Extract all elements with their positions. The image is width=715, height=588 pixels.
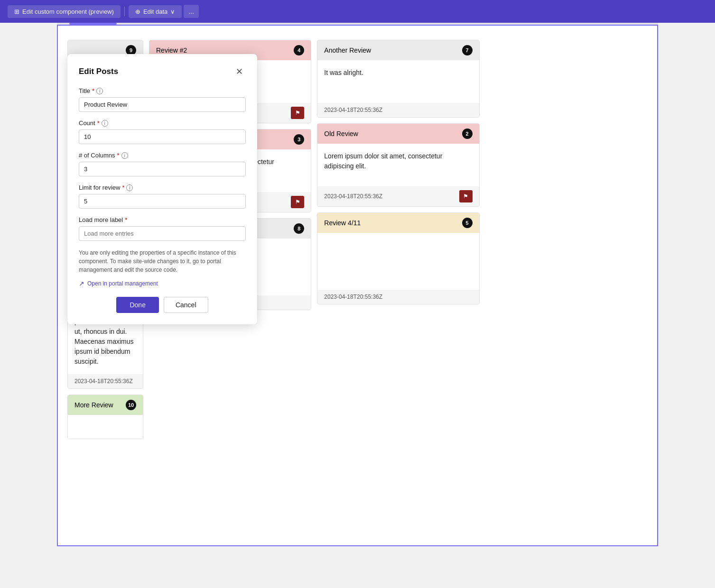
post-card: Another Review 7 It was alright. 2023-04… [317, 40, 479, 118]
card-title: Review 4/11 [324, 219, 361, 227]
badge: 7 [462, 45, 473, 55]
card-title: Old Review [324, 130, 358, 138]
card-timestamp: 2023-04-18T20:55:36Z [324, 107, 382, 113]
badge: 10 [126, 400, 136, 410]
required-indicator: * [92, 87, 94, 94]
card-header: Old Review 2 [317, 124, 479, 144]
modal-header: Edit Posts ✕ [79, 65, 246, 78]
card-timestamp: 2023-04-18T20:55:36Z [324, 193, 382, 200]
component-icon: ⊞ [14, 8, 19, 15]
title-label: Title * i [79, 87, 246, 94]
flag-button[interactable]: ⚑ [291, 196, 304, 208]
load-more-label: Load more label * [79, 216, 246, 223]
card-title: Review #2 [156, 46, 187, 54]
edit-component-label: Edit custom component (preview) [22, 8, 114, 15]
columns-input[interactable] [79, 162, 246, 176]
portal-management-link[interactable]: ↗ Open in portal management [79, 280, 246, 287]
card-footer: 2023-04-18T20:55:36Z [317, 103, 479, 117]
card-body [68, 415, 143, 439]
portal-link-label: Open in portal management [87, 280, 158, 287]
badge: 8 [294, 223, 304, 234]
card-footer: 2023-04-18T20:55:36Z [68, 374, 143, 388]
limit-label: Limit for review * i [79, 184, 246, 191]
limit-field-group: Limit for review * i [79, 184, 246, 209]
data-icon: ⊕ [135, 8, 140, 15]
edit-posts-modal: Edit Posts ✕ Title * i Count * i [67, 54, 257, 324]
modal-container: Edit Posts ✕ Title * i Count * i [67, 54, 257, 324]
title-field-group: Title * i [79, 87, 246, 112]
count-field-group: Count * i [79, 119, 246, 144]
card-body [317, 233, 479, 290]
card-title: More Review [74, 401, 113, 409]
card-title: Another Review [324, 46, 371, 54]
card-footer: 2023-04-18T20:55:36Z ⚑ [317, 186, 479, 206]
required-indicator: * [125, 216, 127, 223]
external-link-icon: ↗ [79, 280, 84, 287]
title-input[interactable] [79, 97, 246, 112]
edit-data-button[interactable]: ⊕ Edit data ∨ [129, 5, 182, 18]
info-icon[interactable]: i [96, 88, 103, 94]
columns-field-group: # of Columns * i [79, 152, 246, 176]
done-button[interactable]: Done [116, 297, 158, 313]
load-more-field-group: Load more label * [79, 216, 246, 241]
card-header: More Review 10 [68, 395, 143, 415]
edit-component-button[interactable]: ⊞ Edit custom component (preview) [8, 5, 121, 18]
more-options-button[interactable]: ... [184, 5, 199, 18]
toolbar: ⊞ Edit custom component (preview) ⊕ Edit… [0, 0, 715, 23]
flag-button[interactable]: ⚑ [291, 107, 304, 119]
flag-button[interactable]: ⚑ [459, 190, 473, 202]
columns-label: # of Columns * i [79, 152, 246, 159]
badge: 5 [462, 218, 473, 228]
modal-close-button[interactable]: ✕ [233, 65, 246, 78]
card-footer: 2023-04-18T20:55:36Z [317, 290, 479, 304]
modal-footer: Done Cancel [79, 297, 246, 313]
edit-data-label: Edit data [143, 8, 167, 15]
card-header: Review 4/11 5 [317, 213, 479, 233]
badge: 2 [462, 129, 473, 139]
required-indicator: * [117, 152, 120, 159]
more-icon: ... [188, 8, 194, 15]
modal-info-text: You are only editing the properties of a… [79, 248, 246, 274]
required-indicator: * [122, 184, 124, 191]
toolbar-separator [124, 7, 125, 16]
info-icon[interactable]: i [126, 184, 133, 191]
post-card: Review 4/11 5 2023-04-18T20:55:36Z [317, 212, 479, 304]
count-input[interactable] [79, 129, 246, 144]
modal-title: Edit Posts [79, 67, 118, 76]
card-body: Lorem ipsum dolor sit amet, consectetur … [317, 144, 479, 186]
card-body: It was alright. [317, 60, 479, 103]
post-card: Old Review 2 Lorem ipsum dolor sit amet,… [317, 123, 479, 207]
card-timestamp: 2023-04-18T20:55:36Z [74, 378, 133, 385]
info-icon[interactable]: i [102, 120, 108, 127]
chevron-down-icon: ∨ [170, 8, 175, 15]
load-more-input[interactable] [79, 226, 246, 241]
card-header: Another Review 7 [317, 40, 479, 60]
required-indicator: * [97, 119, 100, 127]
card-timestamp: 2023-04-18T20:55:36Z [324, 294, 382, 300]
badge: 3 [294, 134, 304, 145]
info-icon[interactable]: i [121, 152, 128, 159]
limit-input[interactable] [79, 194, 246, 209]
count-label: Count * i [79, 119, 246, 127]
badge: 4 [294, 45, 304, 55]
cancel-button[interactable]: Cancel [164, 297, 208, 313]
